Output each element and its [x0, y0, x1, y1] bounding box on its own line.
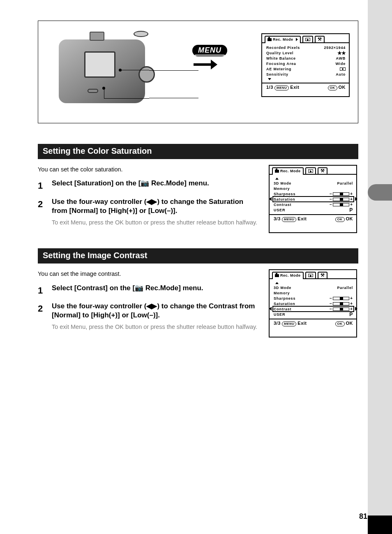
playback-icon [308, 169, 313, 173]
playback-icon [305, 38, 310, 41]
lcd-screen-contrast: Rec. Mode ⚒ 3D ModeParallel Memory Sharp… [269, 269, 357, 338]
camera-icon [275, 170, 279, 173]
hero-explanation-box: MENU Rec. Mode ⚒ Recorded Pixels2592×194… [38, 21, 358, 123]
down-arrow-icon [268, 78, 271, 80]
tab-setup: ⚒ [315, 36, 325, 42]
section-heading-saturation: Setting the Color Saturation [38, 144, 358, 159]
tab-rec-mode: Rec. Mode [272, 167, 304, 174]
step2-body: To exit Menu, press the OK button or pre… [52, 218, 261, 227]
tab-rec-mode: Rec. Mode [272, 272, 304, 278]
up-arrow-icon [275, 282, 279, 284]
section-heading-contrast: Setting the Image Contrast [38, 248, 358, 264]
chevron-right-icon [296, 38, 298, 41]
tab-rec-mode: Rec. Mode [265, 36, 301, 42]
wrench-icon: ⚒ [318, 37, 322, 42]
page-number: 81 [359, 512, 367, 521]
page-side-gray [368, 0, 392, 534]
step-number: 1 [38, 284, 48, 298]
step1-title: Select [Contrast] on the [📷 Rec.Mode] me… [52, 284, 203, 298]
camera-illustration [59, 29, 153, 107]
lcd-screen-saturation: Rec. Mode ⚒ 3D ModeParallel Memory Sharp… [269, 165, 357, 233]
page-side-thumb-tab [368, 184, 392, 201]
step1-title: Select [Saturation] on the [📷 Rec.Mode] … [52, 179, 209, 193]
tab-setup: ⚒ [318, 272, 327, 278]
tab-playback [305, 272, 316, 278]
tab-playback [302, 36, 313, 42]
metering-icon [340, 67, 346, 71]
menu-button-label: MENU [192, 45, 227, 56]
page-content: MENU Rec. Mode ⚒ Recorded Pixels2592×194… [0, 0, 368, 534]
step-number: 1 [38, 179, 48, 193]
step-number: 2 [38, 197, 48, 232]
wrench-icon: ⚒ [321, 273, 325, 277]
playback-icon [308, 274, 313, 277]
tab-setup: ⚒ [318, 167, 327, 174]
right-arrow-icon [355, 197, 357, 201]
page-side-black-corner [368, 516, 392, 534]
left-arrow-icon [269, 307, 272, 311]
section1-intro: You can set the color saturation. [38, 165, 261, 174]
step2-title: Use the four-way controller (◀▶) to chan… [52, 197, 261, 215]
step-number: 2 [38, 302, 48, 337]
step2-body: To exit Menu, press the OK button or pre… [52, 322, 261, 331]
right-arrow-icon [355, 307, 357, 311]
lcd-screen-page1: Rec. Mode ⚒ Recorded Pixels2592×1944 Qua… [261, 33, 350, 97]
camera-icon [275, 274, 279, 277]
tab-playback [305, 167, 316, 174]
wrench-icon: ⚒ [321, 169, 325, 173]
camera-icon [267, 38, 272, 41]
step2-title: Use the four-way controller (◀▶) to chan… [52, 302, 261, 320]
left-arrow-icon [269, 197, 272, 201]
up-arrow-icon [275, 178, 279, 180]
section2-intro: You can set the image contrast. [38, 269, 261, 278]
